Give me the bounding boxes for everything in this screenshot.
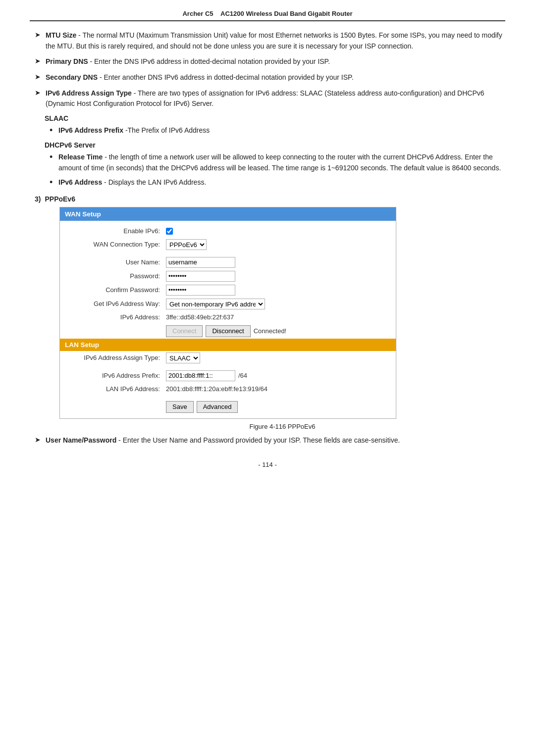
- primary-dns-bold: Primary DNS: [46, 57, 88, 65]
- product-name: Archer C5: [182, 10, 213, 17]
- lan-ipv6-address-value: 2001:db8:ffff:1:20a:ebff:fe13:919/64: [166, 385, 389, 393]
- ipv6-assign-type-value: SLAAC: [166, 353, 389, 363]
- header-separator: [215, 10, 218, 17]
- password-label: Password:: [67, 272, 166, 280]
- connect-row: Connect Disconnect Connected!: [60, 324, 396, 339]
- slaac-item-text: IPv6 Address Prefix -The Prefix of IPv6 …: [58, 125, 505, 136]
- dhcpv6-title: DHCPv6 Server: [45, 141, 505, 149]
- header-subtitle: AC1200 Wireless Dual Band Gigabit Router: [220, 10, 352, 17]
- lan-ipv6-address-row: LAN IPv6 Address: 2001:db8:ffff:1:20a:eb…: [60, 383, 396, 396]
- disconnect-button[interactable]: Disconnect: [206, 325, 250, 337]
- ipv6-assign-bold: IPv6 Address Assign Type: [46, 89, 132, 97]
- wan-setup-header: WAN Setup: [60, 207, 396, 221]
- ipv6-address-label: IPv6 Address:: [67, 313, 166, 321]
- release-time-text: - the length of time a network user will…: [58, 153, 501, 172]
- wan-connection-type-label: WAN Connection Type:: [67, 241, 166, 248]
- mtu-text: - The normal MTU (Maximum Transmission U…: [46, 31, 502, 50]
- ipv6-address-row: IPv6 Address: 3ffe::dd58:49eb:22f:637: [60, 311, 396, 324]
- lan-setup-header: LAN Setup: [60, 339, 396, 351]
- ipv6-assign-type-label: IPv6 Address Assign Type:: [67, 354, 166, 361]
- password-value: [166, 271, 389, 282]
- bullet-primary-dns: ➤ Primary DNS - Enter the DNS IPv6 addre…: [30, 56, 505, 67]
- ipv6-address-text: 3ffe::dd58:49eb:22f:637: [166, 313, 234, 321]
- page-number: - 114 -: [30, 461, 505, 468]
- dhcpv6-section: DHCPv6 Server • Release Time - the lengt…: [45, 141, 505, 188]
- bullet-primary-dns-text: Primary DNS - Enter the DNS IPv6 address…: [46, 56, 505, 67]
- bullet-user-password-text: User Name/Password - Enter the User Name…: [46, 435, 505, 446]
- wan-connection-type-select[interactable]: PPPoEv6: [166, 239, 207, 250]
- bullet-ipv6-assign: ➤ IPv6 Address Assign Type - There are t…: [30, 88, 505, 109]
- connected-status: Connected!: [254, 327, 287, 335]
- password-input[interactable]: [166, 271, 235, 282]
- connect-button[interactable]: Connect: [166, 325, 203, 337]
- ipv6-address-text: - Displays the LAN IPv6 Address.: [102, 178, 206, 186]
- advanced-button[interactable]: Advanced: [197, 401, 238, 413]
- lan-ipv6-address-text: 2001:db8:ffff:1:20a:ebff:fe13:919/64: [166, 385, 268, 393]
- bullet-secondary-dns-text: Secondary DNS - Enter another DNS IPv6 a…: [46, 72, 505, 83]
- header-bar: Archer C5 AC1200 Wireless Dual Band Giga…: [30, 10, 505, 21]
- dhcpv6-item-0-text: Release Time - the length of time a netw…: [58, 152, 505, 173]
- get-ipv6-way-value: Get non-temporary IPv6 address: [166, 299, 389, 309]
- arrow-icon: ➤: [35, 88, 46, 109]
- user-name-label: User Name:: [67, 258, 166, 266]
- enable-ipv6-row: Enable IPv6:: [60, 225, 396, 238]
- dot-icon: •: [50, 152, 58, 173]
- confirm-password-label: Confirm Password:: [67, 286, 166, 294]
- ipv6-address-value: 3ffe::dd58:49eb:22f:637: [166, 313, 389, 321]
- secondary-dns-text: - Enter another DNS IPv6 address in dott…: [98, 73, 353, 81]
- enable-ipv6-checkbox[interactable]: [166, 228, 173, 235]
- ipv6-prefix-label: IPv6 Address Prefix:: [67, 372, 166, 379]
- save-advanced-buttons: Save Advanced: [166, 401, 389, 413]
- connect-buttons: Connect Disconnect Connected!: [166, 325, 389, 337]
- ipv6-assign-type-select[interactable]: SLAAC: [166, 353, 200, 363]
- get-ipv6-way-row: Get IPv6 Address Way: Get non-temporary …: [60, 297, 396, 311]
- wan-connection-type-value: PPPoEv6: [166, 239, 389, 250]
- slaac-item-suffix: -The Prefix of IPv6 Address: [123, 126, 210, 134]
- dot-icon: •: [50, 125, 58, 136]
- bullet-mtu-text: MTU Size - The normal MTU (Maximum Trans…: [46, 30, 505, 51]
- release-time-bold: Release Time: [58, 153, 103, 161]
- arrow-icon: ➤: [35, 435, 46, 446]
- dhcpv6-item-1: • IPv6 Address - Displays the LAN IPv6 A…: [45, 177, 505, 188]
- arrow-icon: ➤: [35, 30, 46, 51]
- dot-icon: •: [50, 177, 58, 188]
- figure-caption: Figure 4-116 PPPoEv6: [59, 423, 505, 430]
- bullet-secondary-dns: ➤ Secondary DNS - Enter another DNS IPv6…: [30, 72, 505, 83]
- wan-setup-container: WAN Setup Enable IPv6:: [45, 207, 505, 430]
- section3-number: 3): [35, 195, 41, 203]
- password-row: Password:: [60, 269, 396, 283]
- user-name-input[interactable]: [166, 257, 235, 268]
- get-ipv6-way-label: Get IPv6 Address Way:: [67, 300, 166, 307]
- confirm-password-value: [166, 285, 389, 296]
- primary-dns-text: - Enter the DNS IPv6 address in dotted-d…: [88, 57, 330, 65]
- ipv6-address-bold: IPv6 Address: [58, 178, 102, 186]
- bullet-ipv6-assign-text: IPv6 Address Assign Type - There are two…: [46, 88, 505, 109]
- get-ipv6-way-select[interactable]: Get non-temporary IPv6 address: [166, 299, 265, 309]
- wan-connection-type-row: WAN Connection Type: PPPoEv6: [60, 238, 396, 252]
- ipv6-prefix-suffix: /64: [238, 372, 247, 379]
- user-name-value: [166, 257, 389, 268]
- user-name-row: User Name:: [60, 255, 396, 269]
- enable-ipv6-label: Enable IPv6:: [67, 227, 166, 235]
- bullet-mtu: ➤ MTU Size - The normal MTU (Maximum Tra…: [30, 30, 505, 51]
- ipv6-prefix-input[interactable]: [166, 370, 235, 381]
- dhcpv6-item-0: • Release Time - the length of time a ne…: [45, 152, 505, 173]
- user-password-text: - Enter the User Name and Password provi…: [116, 436, 400, 444]
- section3-title: PPPoEv6: [45, 195, 75, 203]
- ipv6-prefix-row: IPv6 Address Prefix: /64: [60, 369, 396, 383]
- slaac-item: • IPv6 Address Prefix -The Prefix of IPv…: [45, 125, 505, 136]
- dhcpv6-item-1-text: IPv6 Address - Displays the LAN IPv6 Add…: [58, 177, 505, 188]
- slaac-section: SLAAC • IPv6 Address Prefix -The Prefix …: [45, 114, 505, 136]
- confirm-password-input[interactable]: [166, 285, 235, 296]
- main-content: ➤ MTU Size - The normal MTU (Maximum Tra…: [30, 30, 505, 446]
- slaac-title: SLAAC: [45, 114, 505, 122]
- slaac-item-bold: IPv6 Address Prefix: [58, 126, 123, 134]
- section3: 3) PPPoEv6 WAN Setup Enable IPv6:: [30, 195, 505, 446]
- save-button[interactable]: Save: [166, 401, 194, 413]
- user-password-bold: User Name/Password: [46, 436, 116, 444]
- lan-ipv6-address-label: LAN IPv6 Address:: [67, 385, 166, 393]
- secondary-dns-bold: Secondary DNS: [46, 73, 98, 81]
- ipv6-assign-type-row: IPv6 Address Assign Type: SLAAC: [60, 351, 396, 365]
- wan-setup-table: WAN Setup Enable IPv6:: [59, 207, 396, 419]
- mtu-bold: MTU Size: [46, 31, 76, 39]
